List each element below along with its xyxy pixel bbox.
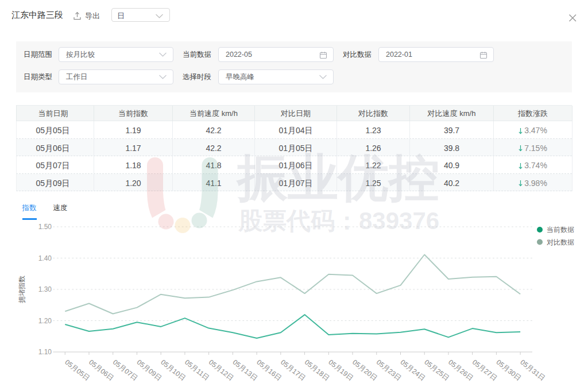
svg-text:05月20日: 05月20日 [351, 358, 379, 382]
svg-text:1.30: 1.30 [38, 285, 52, 293]
svg-text:05月09日: 05月09日 [136, 358, 164, 382]
svg-text:05月07日: 05月07日 [111, 358, 140, 382]
svg-text:当前数据: 当前数据 [547, 226, 574, 234]
svg-text:05月26日: 05月26日 [447, 358, 475, 382]
svg-text:05月05日: 05月05日 [63, 358, 91, 382]
svg-text:05月10日: 05月10日 [159, 358, 187, 382]
svg-text:拥堵指数: 拥堵指数 [18, 276, 26, 303]
svg-text:05月25日: 05月25日 [423, 358, 451, 382]
svg-text:05月11日: 05月11日 [183, 358, 211, 382]
svg-text:05月17日: 05月17日 [279, 358, 307, 382]
svg-text:05月16日: 05月16日 [255, 358, 283, 382]
svg-text:05月30日: 05月30日 [495, 358, 523, 382]
svg-text:05月06日: 05月06日 [87, 358, 115, 382]
svg-text:05月12日: 05月12日 [207, 358, 235, 382]
svg-text:1.40: 1.40 [38, 254, 52, 262]
svg-text:05月27日: 05月27日 [471, 358, 499, 382]
svg-text:1.20: 1.20 [38, 317, 52, 325]
svg-text:1.50: 1.50 [38, 223, 52, 231]
svg-text:05月23日: 05月23日 [375, 358, 403, 382]
svg-text:05月18日: 05月18日 [303, 358, 331, 382]
svg-text:对比数据: 对比数据 [547, 238, 574, 246]
svg-text:05月24日: 05月24日 [399, 358, 427, 382]
svg-text:05月13日: 05月13日 [231, 358, 260, 382]
svg-text:05月31日: 05月31日 [519, 358, 547, 382]
svg-text:05月19日: 05月19日 [327, 358, 355, 382]
svg-text:1.10: 1.10 [38, 348, 52, 356]
